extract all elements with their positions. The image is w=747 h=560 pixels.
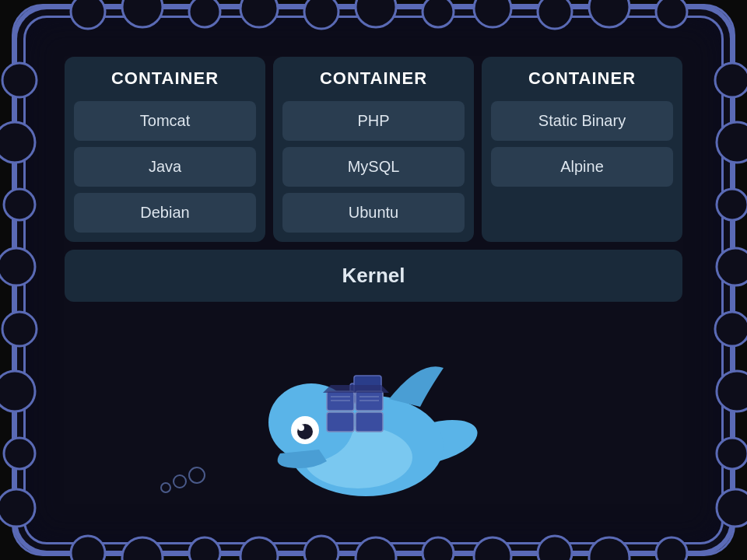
svg-point-21 [656,537,687,560]
svg-point-33 [717,248,747,285]
svg-point-27 [0,371,35,411]
svg-point-17 [423,537,454,560]
service-tomcat: Tomcat [74,101,256,141]
svg-point-47 [298,425,304,431]
container-3: CONTAINER Static Binary Alpine [482,57,682,242]
svg-point-24 [4,189,35,220]
bubbles [158,464,220,495]
svg-point-11 [71,536,105,560]
service-java: Java [74,147,256,187]
svg-point-2 [189,0,220,27]
container-2-label: CONTAINER [282,68,465,89]
svg-point-36 [717,438,747,469]
service-alpine: Alpine [491,147,673,187]
svg-point-13 [189,537,220,560]
service-static-binary: Static Binary [491,101,673,141]
bottom-section [65,310,682,519]
svg-point-8 [538,0,572,29]
service-debian: Debian [74,193,256,233]
svg-rect-52 [327,412,354,432]
svg-point-28 [4,438,35,469]
container-1: CONTAINER Tomcat Java Debian [65,57,265,242]
svg-point-34 [715,312,747,346]
svg-point-7 [474,0,511,27]
svg-point-18 [474,537,511,560]
svg-point-31 [717,122,747,163]
svg-point-26 [2,312,37,346]
main-panel: CONTAINER Tomcat Java Debian CONTAINER P… [23,16,724,544]
svg-point-35 [717,371,747,411]
svg-point-38 [161,483,170,492]
svg-point-0 [71,0,105,29]
svg-point-10 [656,0,687,27]
svg-point-37 [717,489,747,527]
svg-point-16 [356,537,396,560]
svg-point-30 [715,63,747,97]
svg-rect-53 [356,412,383,432]
svg-point-23 [0,122,35,163]
kernel-bar: Kernel [65,250,682,302]
svg-point-22 [2,63,37,97]
svg-point-3 [240,0,278,27]
svg-point-32 [717,189,747,220]
svg-point-14 [240,537,278,560]
container-3-label: CONTAINER [491,68,673,89]
svg-point-19 [538,536,572,560]
svg-point-6 [423,0,454,27]
svg-point-12 [122,537,163,560]
svg-point-25 [0,248,35,285]
content-area: CONTAINER Tomcat Java Debian CONTAINER P… [65,57,682,519]
svg-point-39 [174,475,186,488]
service-php: PHP [282,101,465,141]
svg-point-1 [122,0,163,27]
service-ubuntu: Ubuntu [282,193,465,233]
svg-point-9 [589,0,630,27]
svg-point-15 [304,536,338,560]
container-1-label: CONTAINER [74,68,256,89]
service-mysql: MySQL [282,147,465,187]
svg-point-4 [304,0,338,29]
containers-row: CONTAINER Tomcat Java Debian CONTAINER P… [65,57,682,242]
svg-point-29 [0,489,35,527]
container-2: CONTAINER PHP MySQL Ubuntu [273,57,474,242]
svg-point-40 [189,467,205,483]
svg-point-20 [589,537,630,560]
svg-point-5 [356,0,396,27]
docker-whale [265,329,482,500]
